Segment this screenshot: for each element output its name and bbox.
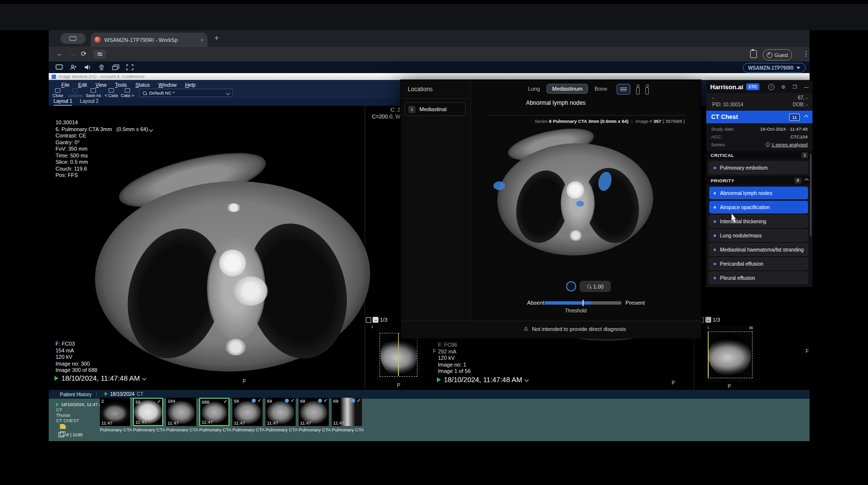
priority-count-badge: 9 xyxy=(794,177,801,184)
menu-window[interactable]: Window xyxy=(158,82,176,88)
finding-airspace-opacification[interactable]: Airspace opacification xyxy=(709,201,808,213)
preset-dropdown[interactable]: Default NC * xyxy=(139,89,233,97)
help-icon[interactable]: ? xyxy=(768,84,774,90)
series-thumbnail[interactable]: 211:47 xyxy=(100,398,130,426)
body-front-icon[interactable] xyxy=(635,84,640,94)
tab-patient-history[interactable]: Patient History xyxy=(60,392,92,397)
play-icon[interactable] xyxy=(437,377,441,382)
prev-case-label: < Case xyxy=(105,93,118,98)
info-icon: ⓘ xyxy=(766,142,771,147)
critical-section-header[interactable]: CRITICAL 1 xyxy=(706,151,812,159)
menu-edit[interactable]: Edit xyxy=(78,82,87,88)
forward-icon[interactable]: → xyxy=(69,50,76,58)
finding-pleural-effusion[interactable]: Pleural effusion xyxy=(709,272,808,284)
series-thumbnail-selected[interactable]: 5611:47✓ xyxy=(133,398,163,426)
webcam-icon[interactable] xyxy=(98,64,105,70)
location-item-mediastinal[interactable]: 1 Mediastinal xyxy=(405,102,466,116)
tab-layout-2[interactable]: Layout 2 xyxy=(80,98,98,105)
series-thumbnail[interactable]: 6911:47✓ xyxy=(332,398,362,426)
tab-layout-1[interactable]: Layout 1 xyxy=(54,98,72,106)
browser-tab[interactable]: WSAMZN-1TP790RI - WorkSp × xyxy=(91,33,208,47)
tab-bone[interactable]: Bone xyxy=(595,86,607,92)
site-settings-button[interactable] xyxy=(94,50,106,58)
fullscreen-icon[interactable] xyxy=(126,64,133,70)
reload-icon[interactable]: ⟳ xyxy=(81,50,87,58)
menu-help[interactable]: Help xyxy=(185,82,196,88)
scout-thumbnail[interactable]: 1 56 xyxy=(704,325,755,383)
clipboard-icon[interactable] xyxy=(750,50,757,58)
menu-view[interactable]: View xyxy=(95,82,107,88)
patient-dob: DOB: - xyxy=(793,102,808,107)
next-image-icon[interactable]: → xyxy=(373,317,378,323)
meta-line: Time: 500 ms xyxy=(56,153,152,159)
series-thumbnail-selected[interactable]: 68811:47✓ xyxy=(199,398,229,426)
threshold-handle[interactable] xyxy=(583,300,584,306)
panel-scrollbar[interactable] xyxy=(810,154,811,236)
viewport-axial[interactable]: 10.30014 6. Pulmonary CTA 3mm (0.5mm x 6… xyxy=(49,106,364,390)
new-tab-button[interactable]: + xyxy=(214,34,219,42)
series-thumbnail[interactable]: 6911:47✓ xyxy=(299,398,329,426)
cascade-windows-icon[interactable] xyxy=(112,64,119,70)
axial-view-icon[interactable] xyxy=(617,84,630,95)
finding-lung-nodule-mass[interactable]: Lung nodule/mass xyxy=(709,229,808,242)
play-icon xyxy=(56,403,59,407)
select-checkbox[interactable] xyxy=(366,317,371,323)
minimize-icon[interactable]: — xyxy=(804,84,809,90)
next-case-button[interactable]: Case > xyxy=(121,88,134,98)
user-add-icon[interactable] xyxy=(70,64,77,70)
zoom-readout[interactable]: 1.00 xyxy=(580,281,611,292)
session-selector[interactable]: WSAMZN-1TP790RI xyxy=(743,63,806,73)
finding-pericardial-effusion[interactable]: Pericardial effusion xyxy=(709,257,808,270)
back-icon[interactable]: ← xyxy=(57,50,63,58)
tab-mediastinum[interactable]: Mediastinum xyxy=(547,84,587,94)
tab-close-icon[interactable]: × xyxy=(201,37,204,43)
guest-profile-button[interactable]: Guest xyxy=(763,49,792,60)
body-side-icon[interactable] xyxy=(644,84,649,94)
lesions-button[interactable]: Lesions xyxy=(68,88,82,98)
windows-icon[interactable] xyxy=(56,64,63,70)
settings-icon[interactable]: ⚙ xyxy=(781,84,786,90)
series-thumbnail[interactable]: 6911:47✓ xyxy=(265,398,296,426)
note-icon[interactable] xyxy=(60,424,66,429)
browser-menu-icon[interactable]: ⋮ xyxy=(803,50,810,58)
search-icon xyxy=(143,91,147,95)
series-thumbnail[interactable]: 18411:47 xyxy=(166,398,196,426)
menu-status[interactable]: Status xyxy=(135,82,150,88)
cine-date-control[interactable]: 18/10/2024, 11:47:48 AM xyxy=(437,376,528,384)
play-icon[interactable] xyxy=(55,376,58,381)
series-analysed-link[interactable]: 1 series analysed xyxy=(772,142,808,147)
threshold-slider[interactable] xyxy=(545,301,622,305)
series-metadata: 10.30014 6. Pulmonary CTA 3mm (0.5mm x 6… xyxy=(56,119,152,179)
tab-search-button[interactable] xyxy=(60,33,86,44)
filmstrip-panel: Patient History 18/10/2024 CT 18/10/2024… xyxy=(49,390,810,441)
chevron-up-icon xyxy=(805,178,809,182)
finding-mediastinal-haematoma[interactable]: Mediastinal haematoma/fat stranding xyxy=(709,243,808,256)
image-counter: 8 | 1195 xyxy=(58,432,82,437)
orientation-marker-p: P xyxy=(728,384,731,389)
popout-icon[interactable]: ❐ xyxy=(793,84,797,90)
locations-panel: Locations 1 Mediastinal xyxy=(401,80,471,338)
menu-tools[interactable]: Tools xyxy=(115,82,127,88)
prev-case-button[interactable]: < Case xyxy=(105,88,118,98)
series-readout: Series 6 Pulmonary CTA 3mm (0.5mm x 64)|… xyxy=(488,115,685,124)
finding-interstitial-thickening[interactable]: Interstitial thickening xyxy=(709,215,808,228)
tab-lung[interactable]: Lung xyxy=(528,86,540,92)
check-icon: ✓ xyxy=(258,398,262,403)
finding-dot-icon xyxy=(714,192,716,194)
cine-date-control[interactable]: 18/10/2024, 11:47:48 AM xyxy=(55,374,146,382)
next-image-icon[interactable]: → xyxy=(705,317,711,323)
finding-abnormal-lymph-nodes[interactable]: Abnormal lymph nodes xyxy=(709,187,808,199)
menu-file[interactable]: File xyxy=(61,82,70,88)
series-thumbnail[interactable]: 5811:47✓ xyxy=(232,398,263,426)
close-button[interactable]: Close xyxy=(53,88,63,98)
roi-circle-button[interactable] xyxy=(566,281,576,291)
save-as-button[interactable]: Save As xyxy=(86,88,101,98)
finding-pulmonary-embolism[interactable]: Pulmonary embolism xyxy=(709,161,808,174)
priority-section-header[interactable]: PRIORITY 9 xyxy=(706,176,812,185)
series-selector[interactable]: 6. Pulmonary CTA 3mm (0.5mm x 64) xyxy=(56,126,152,133)
speaker-icon[interactable] xyxy=(84,64,91,70)
study-accordion-header[interactable]: CT Chest 11 xyxy=(706,111,812,123)
ct-finding-image[interactable] xyxy=(492,129,658,275)
pager-control[interactable]: → 1/3 xyxy=(698,317,720,323)
pager-control[interactable]: → 1/3 xyxy=(366,317,387,323)
